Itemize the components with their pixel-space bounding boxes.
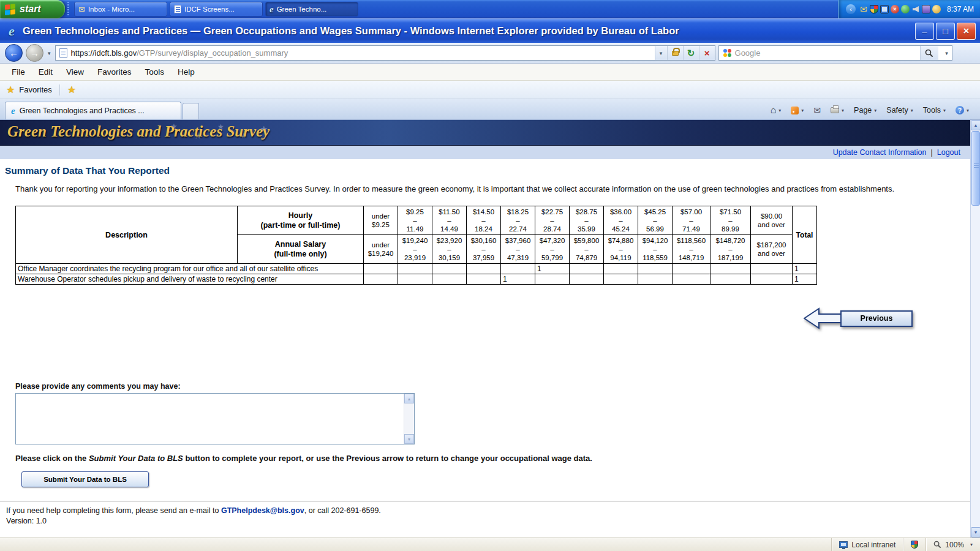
wage-count-cell: [467, 274, 501, 285]
internet-explorer-icon: e: [11, 106, 15, 116]
back-button[interactable]: ←: [5, 44, 23, 62]
search-go-button[interactable]: [920, 46, 938, 60]
alert-icon[interactable]: ×: [891, 5, 899, 13]
zoom-control[interactable]: 100% ▾: [925, 538, 980, 551]
page-content: ★ ★ ★ ★ ★ Green Technologies and Practic…: [0, 120, 970, 538]
security-lock-button[interactable]: [667, 46, 683, 60]
menu-help[interactable]: Help: [171, 65, 202, 79]
security-shield-icon[interactable]: [870, 5, 878, 13]
wage-count-cell: [710, 274, 751, 285]
minimize-button[interactable]: _: [915, 23, 934, 40]
taskbar-button-idcf-screens[interactable]: IDCF Screens...: [170, 2, 263, 17]
history-dropdown-button[interactable]: ▾: [47, 50, 52, 56]
help-post: , or call 202-691-6599.: [304, 506, 381, 515]
chevron-down-icon: ▾: [967, 108, 969, 113]
google-logo-icon: [723, 49, 731, 57]
comments-textarea[interactable]: [16, 394, 404, 444]
window-title-bar: e Green Technologies and Practices — Gre…: [0, 18, 980, 43]
annual-salary-band: $30,160 – 37,959: [467, 235, 501, 264]
volume-icon[interactable]: [911, 5, 920, 13]
home-icon: ⌂: [771, 105, 777, 115]
annual-salary-band: $94,120 – 118,559: [638, 235, 673, 264]
tools-menu-label: Tools: [923, 106, 941, 114]
menu-edit[interactable]: Edit: [32, 65, 59, 79]
page-menu-label: Page: [854, 106, 872, 114]
vertical-scrollbar[interactable]: ▲ ▼: [970, 120, 980, 538]
annual-salary-band: under $19,240: [364, 235, 398, 264]
status-message-area: [0, 538, 831, 551]
total-header: Total: [793, 206, 817, 264]
forward-button[interactable]: →: [26, 44, 43, 62]
shield-icon: [911, 541, 918, 549]
mail-icon: ✉: [813, 105, 821, 115]
address-input[interactable]: https://idcft.bls.gov/GTP/survey/display…: [55, 45, 715, 61]
search-dropdown-button[interactable]: ▾: [942, 50, 952, 56]
tab-green-technologies[interactable]: e Green Technologies and Practices ...: [5, 102, 181, 119]
menu-tools[interactable]: Tools: [138, 65, 172, 79]
security-zone-label: Local intranet: [851, 541, 895, 549]
annual-salary-header: Annual Salary (full-time only): [238, 235, 364, 264]
home-button[interactable]: ⌂▾: [771, 105, 782, 115]
occupation-row: Warehouse Operator schedules pickup and …: [16, 274, 817, 285]
annual-salary-band: $23,920 – 30,159: [432, 235, 467, 264]
page-menu-button[interactable]: Page▾: [854, 106, 876, 114]
protected-mode-panel: [903, 538, 925, 551]
feeds-button[interactable]: ▾: [791, 107, 804, 114]
new-mail-tray-icon[interactable]: ✉: [859, 5, 868, 13]
hourly-wage-band: $45.25 – 56.99: [638, 206, 673, 235]
hourly-header: Hourly (part-time or full-time): [238, 206, 364, 235]
stop-button[interactable]: ×: [699, 46, 715, 60]
scroll-down-button[interactable]: ▼: [404, 434, 414, 444]
hide-tray-icons-button[interactable]: ‹: [846, 4, 856, 14]
lock-icon: [672, 51, 679, 56]
vpn-icon[interactable]: [922, 5, 930, 13]
comments-field-wrap: ▲ ▼: [15, 393, 415, 444]
menu-view[interactable]: View: [59, 65, 91, 79]
messenger-icon[interactable]: [901, 5, 910, 13]
hourly-wage-band: under $9.25: [364, 206, 398, 235]
link-separator: |: [931, 148, 933, 157]
logout-link[interactable]: Logout: [937, 148, 960, 157]
textarea-scrollbar[interactable]: ▲ ▼: [404, 394, 414, 444]
zoom-magnifier-icon: [933, 541, 941, 549]
scroll-up-button[interactable]: ▲: [404, 394, 414, 403]
scrollbar-thumb[interactable]: [971, 131, 980, 206]
new-tab-button[interactable]: [183, 103, 199, 119]
comments-label: Please provide any comments you may have…: [15, 382, 181, 391]
scroll-up-button[interactable]: ▲: [971, 120, 980, 130]
system-tray: ‹ ✉ × 8:37 AM: [838, 0, 980, 18]
scroll-down-button[interactable]: ▼: [971, 527, 980, 538]
menu-favorites[interactable]: Favorites: [91, 65, 138, 79]
refresh-button[interactable]: ↻: [683, 46, 699, 60]
tools-menu-button[interactable]: Tools▾: [923, 106, 946, 114]
chevron-down-icon: ▾: [943, 108, 946, 113]
print-button[interactable]: ▾: [831, 107, 844, 113]
network-icon[interactable]: [880, 5, 889, 13]
previous-button-label: Previous: [840, 310, 913, 327]
help-menu-button[interactable]: ?▾: [956, 106, 969, 114]
maximize-button[interactable]: □: [936, 23, 955, 40]
search-input[interactable]: Google ▾: [718, 45, 952, 61]
taskbar-button-inbox[interactable]: ✉ Inbox - Micro...: [74, 2, 167, 17]
close-button[interactable]: ×: [957, 23, 976, 40]
address-dropdown-button[interactable]: ▾: [655, 46, 667, 60]
annual-salary-band: $37,960 – 47,319: [501, 235, 535, 264]
page-footer: If you need help completing this form, p…: [6, 506, 381, 527]
favorites-label[interactable]: Favorites: [19, 85, 51, 94]
zoom-dropdown-button[interactable]: ▾: [970, 542, 973, 547]
annual-salary-band: $118,560 – 148,719: [673, 235, 710, 264]
start-button[interactable]: start: [0, 0, 65, 18]
wage-count-cell: [604, 264, 638, 274]
helpdesk-email-link[interactable]: GTPhelpdesk@bls.gov: [221, 506, 304, 515]
add-favorite-button[interactable]: ★: [67, 85, 76, 95]
wage-count-cell: [751, 264, 793, 274]
update-contact-link[interactable]: Update Contact Information: [833, 148, 927, 157]
submit-data-button[interactable]: Submit Your Data to BLS: [21, 471, 149, 487]
update-icon[interactable]: [932, 5, 941, 13]
taskbar-button-green-techno[interactable]: e Green Techno...: [265, 2, 358, 17]
safety-menu-button[interactable]: Safety▾: [886, 106, 913, 114]
previous-button[interactable]: Previous: [804, 307, 913, 330]
document-icon: [174, 5, 181, 13]
menu-file[interactable]: File: [5, 65, 32, 79]
read-mail-button[interactable]: ✉: [813, 105, 821, 115]
